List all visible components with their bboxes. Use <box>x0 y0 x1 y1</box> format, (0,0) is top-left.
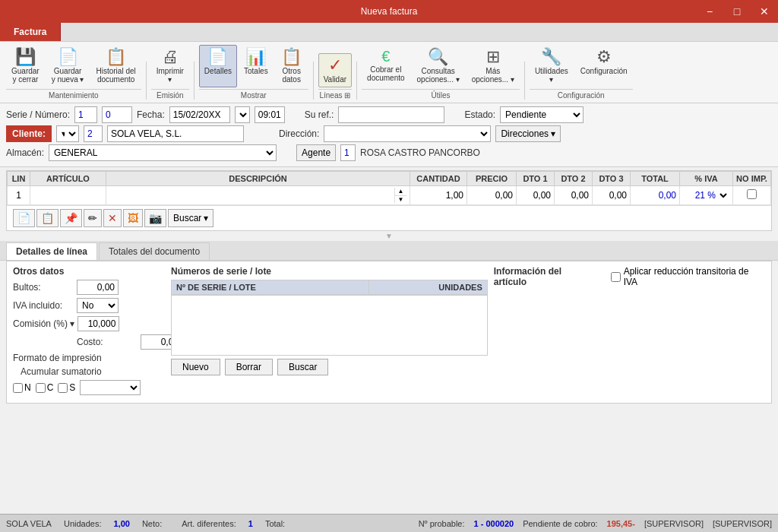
paste-button[interactable]: 📌 <box>60 209 82 227</box>
cell-lin[interactable]: 1 <box>8 186 30 205</box>
toolbar-group-mantenimiento: 💾 Guardary cerrar 📄 Guardary nueva ▾ 📋 H… <box>6 45 141 100</box>
consultas-icon: 🔍 <box>428 49 448 65</box>
fecha-dropdown[interactable]: ▾ <box>235 106 250 123</box>
mas-opciones-button[interactable]: ⊞ Másopciones... ▾ <box>466 45 520 87</box>
resize-handle[interactable]: ▼ <box>0 231 778 241</box>
consultas-button[interactable]: 🔍 Consultasopciones... ▾ <box>412 45 465 87</box>
acumular-select[interactable] <box>80 380 141 395</box>
form-row-1: Serie / Número: Fecha: ▾ Su ref.: Estado… <box>6 106 772 123</box>
image-button[interactable]: 🖼 <box>123 209 143 227</box>
fecha-input[interactable] <box>169 106 230 123</box>
configuracion-button[interactable]: ⚙ Configuración <box>575 45 633 87</box>
check-s: S <box>58 382 75 393</box>
agente-id-input[interactable] <box>340 144 356 161</box>
tab-totales-documento[interactable]: Totales del documento <box>99 242 210 260</box>
check-s-label: S <box>69 382 75 393</box>
cell-articulo[interactable] <box>30 186 106 205</box>
delete-button[interactable]: ✕ <box>103 209 122 227</box>
col-noimp: NO IMP. <box>733 172 771 186</box>
check-n-input[interactable] <box>13 383 23 393</box>
iva-label: IVA incluido: <box>13 300 74 311</box>
save-new-button[interactable]: 📄 Guardary nueva ▾ <box>46 45 90 87</box>
cell-iva[interactable]: 21 % ▾ <box>680 186 733 205</box>
acumular-row: Acumular sumatorio <box>13 366 165 377</box>
info-section: Información del artículo Aplicar reducci… <box>494 266 765 290</box>
history-button[interactable]: 📋 Historial deldocumento <box>91 45 141 87</box>
print-button[interactable]: 🖨 Imprimir▾ <box>151 45 189 87</box>
search-button[interactable]: Buscar ▾ <box>168 209 213 227</box>
new-row-button[interactable]: 📄 <box>13 209 35 227</box>
borrar-button[interactable]: Borrar <box>225 359 273 375</box>
copy-button[interactable]: 📋 <box>36 209 59 227</box>
edit-button[interactable]: ✏ <box>84 209 102 227</box>
noimp-checkbox[interactable] <box>747 189 757 199</box>
costo-label: Costo: <box>77 337 138 347</box>
costo-row: Costo: <box>13 334 165 350</box>
tab-detalles-linea[interactable]: Detalles de línea <box>6 242 97 260</box>
cliente-name-input[interactable] <box>107 125 244 142</box>
check-c-label: C <box>47 382 54 393</box>
cell-dto2[interactable]: 0,00 <box>555 186 593 205</box>
totales-button[interactable]: 📊 Totales <box>239 45 274 87</box>
cell-dto3[interactable]: 0,00 <box>593 186 631 205</box>
detalles-button[interactable]: 📄 Detalles <box>199 45 237 87</box>
toolbar-group-mostrar: 📄 Detalles 📊 Totales 📋 Otrosdatos Mostra… <box>199 45 308 100</box>
company-name: SOLA VELA <box>6 519 52 528</box>
cliente-type-select[interactable]: ▾ <box>56 125 79 142</box>
scroll-down[interactable]: ▼ <box>395 196 406 204</box>
cell-precio[interactable]: 0,00 <box>467 186 517 205</box>
toolbar: 💾 Guardary cerrar 📄 Guardary nueva ▾ 📋 H… <box>0 42 778 103</box>
save-close-button[interactable]: 💾 Guardary cerrar <box>6 45 45 87</box>
hora-input[interactable] <box>255 106 285 123</box>
num-probable-label: Nº probable: <box>419 519 465 528</box>
buscar-lote-button[interactable]: Buscar <box>277 359 328 375</box>
comision-input[interactable] <box>77 316 119 331</box>
status-right: Nº probable: 1 - 000020 Pendiente de cob… <box>419 519 772 528</box>
emision-label: Emisión <box>151 89 189 100</box>
serie-input[interactable] <box>74 106 97 123</box>
close-button[interactable]: ✕ <box>751 0 778 23</box>
utilidades-button[interactable]: 🔧 Utilidades▾ <box>530 45 574 87</box>
numero-input[interactable] <box>102 106 132 123</box>
art-diferentes-value: 1 <box>248 519 253 528</box>
estado-select[interactable]: Pendiente <box>500 106 584 123</box>
unidades-label: Unidades: <box>64 519 102 528</box>
checks-row: N C S <box>13 380 165 395</box>
direcciones-button[interactable]: Direcciones ▾ <box>495 125 561 142</box>
minimize-button[interactable]: − <box>696 0 723 23</box>
cell-total[interactable]: 0,00 <box>631 186 680 205</box>
scroll-up[interactable]: ▲ <box>395 188 406 196</box>
cliente-id-input[interactable] <box>84 125 103 142</box>
cell-dto1[interactable]: 0,00 <box>517 186 555 205</box>
almacen-select[interactable]: GENERAL <box>49 144 277 161</box>
invoice-table: LIN ARTÍCULO DESCRIPCIÓN CANTIDAD PRECIO… <box>7 171 771 205</box>
bottom-tabs: Detalles de línea Totales del documento <box>0 241 778 261</box>
validar-button[interactable]: ✓ Validar <box>318 53 352 87</box>
iva-incluido-select[interactable]: NoSí <box>77 298 119 313</box>
iva-dropdown[interactable]: ▾ <box>716 188 729 202</box>
bultos-input[interactable] <box>77 280 119 295</box>
agente-button[interactable]: Agente <box>296 144 336 161</box>
table-section: LIN ARTÍCULO DESCRIPCIÓN CANTIDAD PRECIO… <box>6 170 772 231</box>
suref-input[interactable] <box>338 106 444 123</box>
cell-descripcion[interactable]: ▲ ▼ <box>106 186 410 205</box>
nuevo-button[interactable]: Nuevo <box>171 359 220 375</box>
save-icon: 💾 <box>15 49 36 65</box>
cobrar-button[interactable]: € Cobrar eldocumento <box>362 45 410 87</box>
iva-reduccion-checkbox[interactable] <box>611 272 621 282</box>
cell-noimp[interactable] <box>733 186 771 205</box>
bultos-label: Bultos: <box>13 282 74 293</box>
bultos-row: Bultos: <box>13 280 165 295</box>
otros-datos-button[interactable]: 📋 Otrosdatos <box>275 45 308 87</box>
photo-button[interactable]: 📷 <box>144 209 166 227</box>
tab-factura[interactable]: Factura <box>0 23 61 41</box>
check-c-input[interactable] <box>36 383 46 393</box>
utilidades-icon: 🔧 <box>541 49 561 65</box>
cliente-button[interactable]: Cliente: <box>6 125 52 142</box>
otros-datos-title: Otros datos <box>13 266 165 277</box>
maximize-button[interactable]: □ <box>723 0 751 23</box>
cell-cantidad[interactable]: 1,00 <box>410 186 467 205</box>
fecha-label: Fecha: <box>137 109 165 120</box>
check-s-input[interactable] <box>58 383 68 393</box>
direccion-select[interactable] <box>324 125 491 142</box>
